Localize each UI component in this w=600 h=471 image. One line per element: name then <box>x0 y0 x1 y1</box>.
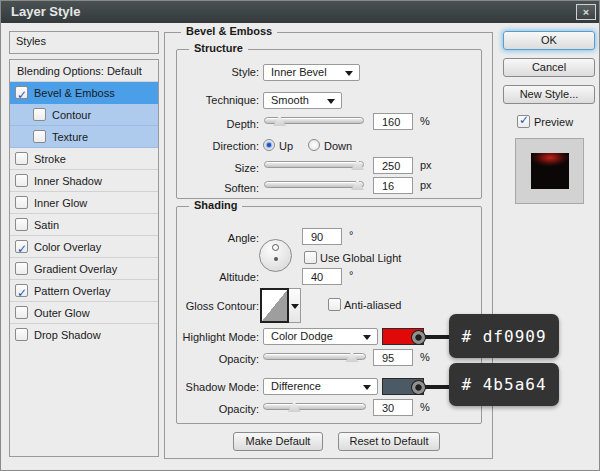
depth-label: Depth: <box>175 118 259 130</box>
style-label: Style: <box>175 66 259 78</box>
altitude-label: Altitude: <box>175 271 259 283</box>
chevron-down-icon <box>363 335 371 340</box>
gloss-contour-label: Gloss Contour: <box>175 300 259 312</box>
size-label: Size: <box>175 162 259 174</box>
depth-slider[interactable] <box>264 115 364 127</box>
check-icon: ✓ <box>17 282 27 304</box>
soften-input[interactable] <box>373 177 413 194</box>
preview-thumbnail <box>531 153 569 189</box>
structure-title: Structure <box>189 42 248 54</box>
direction-label: Direction: <box>175 140 259 152</box>
shadow-opacity-label: Opacity: <box>175 403 259 415</box>
chevron-down-icon <box>291 304 299 309</box>
drop-shadow-checkbox[interactable] <box>15 328 28 341</box>
soften-slider[interactable] <box>264 179 364 191</box>
soften-label: Soften: <box>175 182 259 194</box>
shadow-opacity-input[interactable] <box>373 399 413 416</box>
depth-input[interactable] <box>373 113 413 130</box>
angle-indicator-icon <box>272 244 279 251</box>
bevel-emboss-checkbox[interactable]: ✓ <box>15 86 28 99</box>
angle-input[interactable] <box>302 228 342 245</box>
preview-checkbox[interactable]: ✓ <box>517 115 530 128</box>
highlight-callout-line <box>422 335 450 339</box>
sidebar-item-outer-glow[interactable]: Outer Glow <box>10 302 158 324</box>
reset-to-default-button[interactable]: Reset to Default <box>338 432 440 451</box>
altitude-input[interactable] <box>302 268 342 285</box>
anti-aliased-label: Anti-aliased <box>344 299 401 311</box>
highlight-opacity-label: Opacity: <box>175 353 259 365</box>
technique-label: Technique: <box>175 94 259 106</box>
shadow-hex-callout: # 4b5a64 <box>449 363 559 406</box>
layer-style-dialog: Layer Style × Styles Blending Options: D… <box>0 0 600 471</box>
satin-checkbox[interactable] <box>15 218 28 231</box>
highlight-opacity-slider[interactable] <box>263 351 366 363</box>
shadow-opacity-slider[interactable] <box>263 401 366 413</box>
sidebar-item-satin[interactable]: Satin <box>10 214 158 236</box>
use-global-light-label: Use Global Light <box>320 252 401 264</box>
sidebar-item-contour[interactable]: Contour <box>10 104 158 126</box>
inner-shadow-checkbox[interactable] <box>15 174 28 187</box>
color-overlay-checkbox[interactable]: ✓ <box>15 240 28 253</box>
outer-glow-checkbox[interactable] <box>15 306 28 319</box>
preview-label: Preview <box>534 116 573 128</box>
direction-down-radio[interactable] <box>308 139 320 151</box>
title-bar[interactable]: Layer Style × <box>1 1 600 23</box>
sidebar-item-inner-glow[interactable]: Inner Glow <box>10 192 158 214</box>
soften-unit: px <box>420 179 432 191</box>
ok-button[interactable]: OK <box>503 31 595 50</box>
shadow-mode-dropdown[interactable]: Difference <box>263 378 378 395</box>
dialog-title: Layer Style <box>11 4 80 19</box>
new-style-button[interactable]: New Style... <box>503 85 595 104</box>
direction-down-label: Down <box>324 140 352 152</box>
gloss-contour-thumbnail[interactable] <box>260 288 289 323</box>
technique-dropdown[interactable]: Smooth <box>263 92 342 109</box>
gloss-contour-picker[interactable] <box>260 288 301 323</box>
angle-dial[interactable] <box>259 239 292 272</box>
check-icon: ✓ <box>519 113 529 127</box>
contour-checkbox[interactable] <box>33 108 46 121</box>
shadow-mode-label: Shadow Mode: <box>175 381 259 393</box>
pattern-overlay-checkbox[interactable]: ✓ <box>15 284 28 297</box>
highlight-callout-pin-icon <box>411 330 426 345</box>
style-dropdown[interactable]: Inner Bevel <box>263 64 360 81</box>
sidebar-item-pattern-overlay[interactable]: ✓ Pattern Overlay <box>10 280 158 302</box>
altitude-unit: ° <box>349 269 353 281</box>
sidebar-item-texture[interactable]: Texture <box>10 126 158 148</box>
shading-title: Shading <box>189 199 242 211</box>
texture-checkbox[interactable] <box>33 130 46 143</box>
dial-center-dot <box>274 257 278 261</box>
check-icon: ✓ <box>17 84 27 106</box>
shadow-callout-line <box>422 385 450 389</box>
size-unit: px <box>420 159 432 171</box>
use-global-light-checkbox[interactable] <box>304 251 317 264</box>
direction-up-label: Up <box>279 140 293 152</box>
gradient-overlay-checkbox[interactable] <box>15 262 28 275</box>
sidebar-item-inner-shadow[interactable]: Inner Shadow <box>10 170 158 192</box>
sidebar-item-color-overlay[interactable]: ✓ Color Overlay <box>10 236 158 258</box>
sidebar-item-drop-shadow[interactable]: Drop Shadow <box>10 324 158 346</box>
highlight-mode-label: Highlight Mode: <box>175 331 259 343</box>
chevron-down-icon <box>345 71 353 76</box>
sidebar-item-stroke[interactable]: Stroke <box>10 148 158 170</box>
depth-unit: % <box>420 115 430 127</box>
make-default-button[interactable]: Make Default <box>233 432 323 451</box>
size-input[interactable] <box>373 157 413 174</box>
chevron-down-icon <box>363 385 371 390</box>
anti-aliased-checkbox[interactable] <box>328 298 341 311</box>
chevron-down-icon <box>327 99 335 104</box>
size-slider[interactable] <box>264 159 364 171</box>
preview-panel <box>515 138 584 204</box>
sidebar-item-gradient-overlay[interactable]: Gradient Overlay <box>10 258 158 280</box>
close-icon[interactable]: × <box>576 4 596 20</box>
stroke-checkbox[interactable] <box>15 152 28 165</box>
highlight-opacity-input[interactable] <box>373 349 413 366</box>
sidebar-item-blending-options[interactable]: Blending Options: Default <box>10 60 158 82</box>
check-icon: ✓ <box>17 238 27 260</box>
direction-up-radio[interactable] <box>263 139 275 151</box>
inner-glow-checkbox[interactable] <box>15 196 28 209</box>
sidebar-item-bevel-emboss[interactable]: ✓ Bevel & Emboss <box>10 82 158 104</box>
shadow-callout-pin-icon <box>411 380 426 395</box>
highlight-hex-callout: # df0909 <box>449 314 559 358</box>
highlight-mode-dropdown[interactable]: Color Dodge <box>263 328 378 345</box>
cancel-button[interactable]: Cancel <box>503 58 595 77</box>
